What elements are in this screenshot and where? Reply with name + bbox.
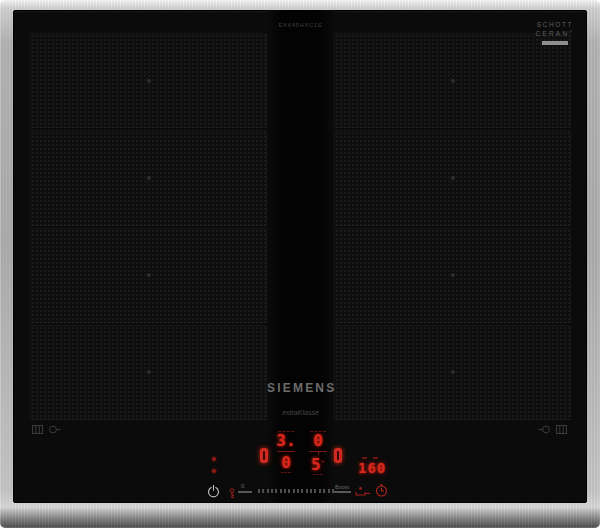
- slider-tick: [262, 489, 264, 493]
- indicator-dot: [212, 469, 216, 473]
- zone-segment: [334, 33, 571, 128]
- zone-center-dot: [147, 370, 151, 374]
- induction-hob: EX645HXC1E SCHOTT CERAN® SIEMENS extraKl…: [0, 0, 600, 528]
- right-rear-power-level: 0: [305, 432, 331, 449]
- temp-mark: [373, 457, 378, 459]
- registered-mark: ®: [569, 29, 574, 34]
- standby-icon: [207, 486, 220, 501]
- zone-center-dot: [451, 273, 455, 277]
- zone-segment: [334, 130, 571, 225]
- slider-tick: [293, 489, 295, 493]
- model-code: EX645HXC1E: [267, 22, 334, 28]
- extraklasse-label: extraKlasse: [267, 409, 334, 416]
- slider-tick: [314, 489, 316, 493]
- center-control-strip: [267, 10, 334, 503]
- slider-tick: [288, 489, 290, 493]
- slider-tick: [328, 489, 330, 493]
- temp-marks: [362, 457, 398, 459]
- slider-tick: [310, 489, 312, 493]
- slider-tick: [267, 489, 269, 493]
- slider-tick: [280, 489, 282, 493]
- zone-center-dot: [147, 79, 151, 83]
- zone-print-icons-left: [32, 420, 61, 438]
- cooking-zone-right: [334, 33, 571, 420]
- zone-center-dot: [147, 273, 151, 277]
- pan-indicator-right: [334, 448, 342, 463]
- zone-select-indicators: [212, 457, 216, 473]
- temp-mark: [362, 457, 367, 459]
- zone-center-dot: [451, 370, 455, 374]
- siemens-logo: SIEMENS: [267, 381, 334, 395]
- slider-tick: [319, 489, 321, 493]
- zone-segment: [30, 228, 267, 323]
- pan-icon: [538, 420, 551, 438]
- slider-tick: [271, 489, 273, 493]
- frying-pan-icon: [355, 485, 371, 500]
- power-display-right[interactable]: 0 5·: [305, 431, 331, 475]
- slider-zero-line: [238, 491, 252, 493]
- display-dash: [313, 474, 323, 475]
- slider-tick: [297, 489, 299, 493]
- schott-line1: SCHOTT: [528, 21, 582, 29]
- flex-grid-icon: [32, 420, 43, 438]
- slider-boost-line: [334, 491, 351, 493]
- zone-segment: [334, 325, 571, 420]
- key-icon: [228, 487, 236, 502]
- schott-line2: CERAN®: [528, 29, 582, 38]
- power-display-left[interactable]: 3. 0: [273, 431, 299, 473]
- power-level-dot: ·: [321, 458, 325, 466]
- zone-segment: [30, 130, 267, 225]
- left-rear-power-level: 3.: [273, 432, 299, 449]
- zone-segment: [334, 228, 571, 323]
- fry-temperature-display: 160: [358, 457, 398, 475]
- fry-temperature-value: 160: [358, 461, 398, 475]
- schott-bar: [542, 41, 568, 45]
- slider-tick: [323, 489, 325, 493]
- power-slider-ticks: [258, 488, 334, 493]
- zone-center-dot: [451, 79, 455, 83]
- zone-segment: [30, 33, 267, 128]
- slider-zero-label: 0: [241, 483, 244, 489]
- slider-tick: [301, 489, 303, 493]
- pan-indicator-slot: [263, 451, 265, 460]
- pan-indicator-slot: [337, 451, 339, 460]
- power-button[interactable]: [207, 485, 220, 501]
- pan-icon: [48, 420, 61, 438]
- zone-segment: [30, 325, 267, 420]
- cooking-zone-left: [30, 33, 267, 420]
- pan-indicator-left: [260, 448, 268, 463]
- right-front-power-level: 5·: [305, 454, 331, 473]
- zone-print-icons-right: [538, 420, 567, 438]
- slider-tick: [258, 489, 260, 493]
- display-divider: [309, 451, 327, 452]
- slider-tick: [306, 489, 308, 493]
- slider-tick: [284, 489, 286, 493]
- indicator-dot: [212, 457, 216, 461]
- fry-sensor-button[interactable]: [355, 485, 371, 500]
- display-dash: [281, 472, 291, 473]
- key-lock-button[interactable]: [228, 487, 236, 502]
- zone-center-dot: [451, 176, 455, 180]
- left-front-power-level: 0: [273, 454, 299, 471]
- flex-grid-icon: [556, 420, 567, 438]
- clock-icon: [375, 485, 388, 500]
- slider-boost-label: Boost: [335, 484, 349, 490]
- power-slider[interactable]: 0 Boost: [238, 483, 354, 498]
- slider-tick: [275, 489, 277, 493]
- schott-ceran-logo: SCHOTT CERAN®: [528, 21, 582, 45]
- display-divider: [277, 451, 295, 452]
- zone-center-dot: [147, 176, 151, 180]
- timer-button[interactable]: [375, 484, 388, 500]
